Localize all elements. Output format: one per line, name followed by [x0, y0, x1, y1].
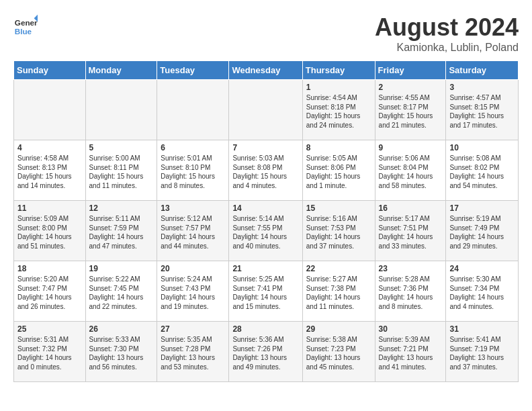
cell-content: Sunrise: 4:55 AM Sunset: 8:17 PM Dayligh…	[379, 93, 443, 130]
cell-content: Sunrise: 5:31 AM Sunset: 7:32 PM Dayligh…	[17, 335, 82, 371]
calendar-cell: 10Sunrise: 5:08 AM Sunset: 8:02 PM Dayli…	[446, 140, 519, 201]
day-number: 27	[161, 324, 225, 334]
calendar-cell: 25Sunrise: 5:31 AM Sunset: 7:32 PM Dayli…	[14, 322, 86, 382]
calendar-cell: 13Sunrise: 5:12 AM Sunset: 7:57 PM Dayli…	[157, 201, 229, 261]
calendar-cell: 27Sunrise: 5:35 AM Sunset: 7:28 PM Dayli…	[157, 322, 229, 382]
day-number: 19	[89, 264, 154, 273]
calendar-body: 1Sunrise: 4:54 AM Sunset: 8:18 PM Daylig…	[14, 80, 519, 382]
page-header: General Blue August 2024 Kamionka, Lubli…	[13, 13, 519, 54]
calendar-cell: 16Sunrise: 5:17 AM Sunset: 7:51 PM Dayli…	[375, 201, 446, 261]
day-number: 23	[379, 264, 443, 273]
cell-content: Sunrise: 5:03 AM Sunset: 8:08 PM Dayligh…	[232, 154, 298, 190]
calendar-week-row: 4Sunrise: 4:58 AM Sunset: 8:13 PM Daylig…	[14, 140, 519, 201]
day-number: 13	[161, 203, 225, 213]
day-number: 17	[449, 203, 515, 213]
cell-content: Sunrise: 5:06 AM Sunset: 8:04 PM Dayligh…	[379, 154, 443, 190]
cell-content: Sunrise: 5:28 AM Sunset: 7:36 PM Dayligh…	[379, 275, 443, 311]
calendar-cell: 24Sunrise: 5:30 AM Sunset: 7:34 PM Dayli…	[446, 261, 519, 322]
calendar-cell: 5Sunrise: 5:00 AM Sunset: 8:11 PM Daylig…	[85, 140, 157, 201]
day-number: 14	[232, 203, 298, 213]
cell-content: Sunrise: 5:33 AM Sunset: 7:30 PM Dayligh…	[89, 335, 154, 371]
day-number: 7	[232, 143, 298, 152]
calendar-cell	[14, 80, 86, 140]
day-number: 6	[161, 143, 225, 152]
day-number: 25	[17, 324, 82, 334]
day-number: 4	[17, 143, 82, 152]
day-number: 10	[449, 143, 515, 152]
cell-content: Sunrise: 5:00 AM Sunset: 8:11 PM Dayligh…	[89, 154, 154, 190]
cell-content: Sunrise: 5:38 AM Sunset: 7:23 PM Dayligh…	[306, 335, 371, 371]
calendar-cell: 9Sunrise: 5:06 AM Sunset: 8:04 PM Daylig…	[375, 140, 446, 201]
calendar-cell: 26Sunrise: 5:33 AM Sunset: 7:30 PM Dayli…	[85, 322, 157, 382]
day-number: 3	[449, 83, 515, 92]
day-header-friday: Friday	[375, 61, 446, 80]
cell-content: Sunrise: 5:05 AM Sunset: 8:06 PM Dayligh…	[306, 154, 371, 190]
cell-content: Sunrise: 4:58 AM Sunset: 8:13 PM Dayligh…	[17, 154, 82, 190]
day-number: 29	[306, 324, 371, 334]
cell-content: Sunrise: 5:17 AM Sunset: 7:51 PM Dayligh…	[379, 214, 443, 250]
day-number: 28	[232, 324, 298, 334]
calendar-cell: 28Sunrise: 5:36 AM Sunset: 7:26 PM Dayli…	[229, 322, 302, 382]
day-number: 20	[161, 264, 225, 273]
cell-content: Sunrise: 5:08 AM Sunset: 8:02 PM Dayligh…	[449, 154, 515, 190]
calendar-cell: 15Sunrise: 5:16 AM Sunset: 7:53 PM Dayli…	[302, 201, 375, 261]
cell-content: Sunrise: 5:25 AM Sunset: 7:41 PM Dayligh…	[232, 275, 298, 311]
calendar-cell: 8Sunrise: 5:05 AM Sunset: 8:06 PM Daylig…	[302, 140, 375, 201]
calendar-cell	[157, 80, 229, 140]
location: Kamionka, Lublin, Poland	[375, 42, 519, 54]
calendar-cell: 12Sunrise: 5:11 AM Sunset: 7:59 PM Dayli…	[85, 201, 157, 261]
day-header-sunday: Sunday	[14, 61, 86, 80]
day-number: 9	[379, 143, 443, 152]
day-number: 30	[379, 324, 443, 334]
cell-content: Sunrise: 5:14 AM Sunset: 7:55 PM Dayligh…	[232, 214, 298, 250]
calendar-cell	[85, 80, 157, 140]
day-number: 16	[379, 203, 443, 213]
day-number: 21	[232, 264, 298, 273]
logo-icon: General Blue	[13, 13, 38, 38]
calendar-cell: 30Sunrise: 5:39 AM Sunset: 7:21 PM Dayli…	[375, 322, 446, 382]
calendar-cell: 14Sunrise: 5:14 AM Sunset: 7:55 PM Dayli…	[229, 201, 302, 261]
calendar-cell: 2Sunrise: 4:55 AM Sunset: 8:17 PM Daylig…	[375, 80, 446, 140]
month-title: August 2024	[375, 13, 519, 42]
day-number: 1	[306, 83, 371, 92]
cell-content: Sunrise: 5:16 AM Sunset: 7:53 PM Dayligh…	[306, 214, 371, 250]
cell-content: Sunrise: 5:41 AM Sunset: 7:19 PM Dayligh…	[449, 335, 515, 371]
calendar-cell: 19Sunrise: 5:22 AM Sunset: 7:45 PM Dayli…	[85, 261, 157, 322]
cell-content: Sunrise: 4:54 AM Sunset: 8:18 PM Dayligh…	[306, 93, 371, 130]
cell-content: Sunrise: 5:22 AM Sunset: 7:45 PM Dayligh…	[89, 275, 154, 311]
calendar-cell: 22Sunrise: 5:27 AM Sunset: 7:38 PM Dayli…	[302, 261, 375, 322]
day-number: 5	[89, 143, 154, 152]
calendar-cell: 29Sunrise: 5:38 AM Sunset: 7:23 PM Dayli…	[302, 322, 375, 382]
calendar-week-row: 25Sunrise: 5:31 AM Sunset: 7:32 PM Dayli…	[14, 322, 519, 382]
calendar-cell: 21Sunrise: 5:25 AM Sunset: 7:41 PM Dayli…	[229, 261, 302, 322]
calendar-week-row: 11Sunrise: 5:09 AM Sunset: 8:00 PM Dayli…	[14, 201, 519, 261]
calendar-cell: 7Sunrise: 5:03 AM Sunset: 8:08 PM Daylig…	[229, 140, 302, 201]
cell-content: Sunrise: 5:30 AM Sunset: 7:34 PM Dayligh…	[449, 275, 515, 311]
day-header-thursday: Thursday	[302, 61, 375, 80]
calendar-cell: 31Sunrise: 5:41 AM Sunset: 7:19 PM Dayli…	[446, 322, 519, 382]
cell-content: Sunrise: 5:24 AM Sunset: 7:43 PM Dayligh…	[161, 275, 225, 311]
calendar-cell: 18Sunrise: 5:20 AM Sunset: 7:47 PM Dayli…	[14, 261, 86, 322]
calendar-cell: 17Sunrise: 5:19 AM Sunset: 7:49 PM Dayli…	[446, 201, 519, 261]
cell-content: Sunrise: 5:11 AM Sunset: 7:59 PM Dayligh…	[89, 214, 154, 250]
day-header-tuesday: Tuesday	[157, 61, 229, 80]
cell-content: Sunrise: 5:09 AM Sunset: 8:00 PM Dayligh…	[17, 214, 82, 250]
calendar-cell: 20Sunrise: 5:24 AM Sunset: 7:43 PM Dayli…	[157, 261, 229, 322]
day-number: 12	[89, 203, 154, 213]
calendar-week-row: 18Sunrise: 5:20 AM Sunset: 7:47 PM Dayli…	[14, 261, 519, 322]
day-number: 22	[306, 264, 371, 273]
calendar-cell: 1Sunrise: 4:54 AM Sunset: 8:18 PM Daylig…	[302, 80, 375, 140]
cell-content: Sunrise: 5:01 AM Sunset: 8:10 PM Dayligh…	[161, 154, 225, 190]
day-number: 2	[379, 83, 443, 92]
calendar-table: SundayMondayTuesdayWednesdayThursdayFrid…	[13, 60, 519, 382]
calendar-cell: 6Sunrise: 5:01 AM Sunset: 8:10 PM Daylig…	[157, 140, 229, 201]
title-block: August 2024 Kamionka, Lublin, Poland	[375, 13, 519, 54]
cell-content: Sunrise: 5:27 AM Sunset: 7:38 PM Dayligh…	[306, 275, 371, 311]
day-number: 8	[306, 143, 371, 152]
cell-content: Sunrise: 5:19 AM Sunset: 7:49 PM Dayligh…	[449, 214, 515, 250]
calendar-cell	[229, 80, 302, 140]
day-number: 24	[449, 264, 515, 273]
calendar-cell: 11Sunrise: 5:09 AM Sunset: 8:00 PM Dayli…	[14, 201, 86, 261]
cell-content: Sunrise: 4:57 AM Sunset: 8:15 PM Dayligh…	[449, 93, 515, 130]
cell-content: Sunrise: 5:36 AM Sunset: 7:26 PM Dayligh…	[232, 335, 298, 371]
